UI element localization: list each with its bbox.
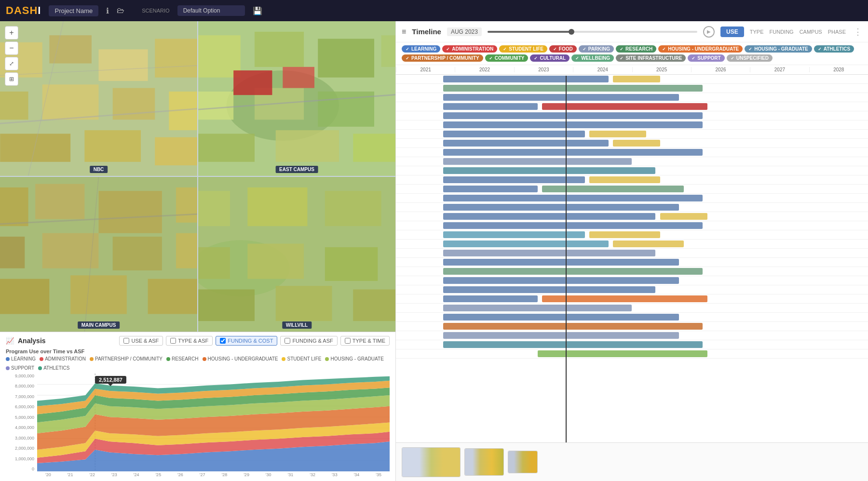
timeline-tab-phase[interactable]: PHASE bbox=[828, 29, 846, 35]
filter-tag-athletics[interactable]: ✓ATHLETICS bbox=[814, 45, 854, 53]
filter-tag-wellbeing[interactable]: ✓WELLBEING bbox=[571, 54, 614, 62]
gantt-bar-area[interactable]: GUGGENHEIM GEOGRAPHY BLDG bbox=[396, 277, 868, 284]
timeline-slider[interactable] bbox=[488, 31, 697, 33]
gantt-bar[interactable] bbox=[613, 240, 684, 247]
tab-type-time[interactable]: TYPE & TIME bbox=[340, 336, 390, 346]
expand-button[interactable]: ⤢ bbox=[5, 57, 18, 70]
gantt-bar[interactable] bbox=[443, 286, 656, 293]
filter-tag-support[interactable]: ✓SUPPORT bbox=[688, 54, 724, 62]
gantt-bar[interactable] bbox=[443, 94, 679, 101]
gantt-bar[interactable] bbox=[443, 131, 585, 137]
timeline-play-button[interactable]: ▶ bbox=[703, 26, 715, 38]
filter-tag-research[interactable]: ✓RESEARCH bbox=[616, 45, 656, 53]
chart-canvas[interactable]: 2,512,887 bbox=[37, 374, 390, 471]
gantt-bar[interactable] bbox=[443, 305, 632, 311]
zoom-out-button[interactable]: − bbox=[5, 41, 18, 55]
grid-button[interactable]: ⊞ bbox=[5, 72, 18, 86]
gantt-bar-area[interactable]: Residence Hall #1 – NBC bbox=[396, 131, 868, 137]
gantt-bar-area[interactable]: OLD MAIN / Old Main / Macky / Hale struc… bbox=[396, 103, 868, 110]
gantt-bar[interactable] bbox=[443, 204, 679, 211]
gantt-bar-area[interactable]: East Campus Mobility Hub (temp) bbox=[396, 250, 868, 256]
thumbnail-1[interactable] bbox=[402, 447, 461, 477]
gantt-bar-area[interactable]: MACKY AUDITORIUM / Old Main / Macky / Ha… bbox=[396, 112, 868, 119]
zoom-in-button[interactable]: + bbox=[5, 26, 18, 40]
gantt-bar[interactable] bbox=[443, 314, 679, 321]
gantt-bar-area[interactable]: Lot 436 Regent& Colorado & admin bbox=[396, 158, 868, 165]
tab-type-time-checkbox[interactable] bbox=[345, 338, 351, 344]
gantt-bar-area[interactable]: CHEYENNE ARAPAHO HALL bbox=[396, 259, 868, 266]
filter-tag-partnership---community[interactable]: ✓PARTNERSHIP / COMMUNITY bbox=[402, 54, 483, 62]
filter-tag-cultural[interactable]: ✓CULTURAL bbox=[530, 54, 570, 62]
tab-funding-asf[interactable]: FUNDING & ASF bbox=[280, 336, 337, 346]
filter-tag-unspecified[interactable]: ✓UNSPECIFIED bbox=[727, 54, 773, 62]
filter-tag-community[interactable]: ✓COMMUNITY bbox=[485, 54, 529, 62]
gantt-bar[interactable] bbox=[443, 259, 679, 266]
filter-tag-administration[interactable]: ✓ADMINISTRATION bbox=[442, 45, 497, 53]
gantt-bar[interactable] bbox=[443, 250, 656, 256]
save-icon[interactable]: 💾 bbox=[253, 6, 262, 15]
gantt-bar[interactable] bbox=[613, 76, 660, 82]
folder-icon[interactable]: 🗁 bbox=[117, 6, 124, 15]
gantt-bar[interactable] bbox=[542, 186, 684, 192]
gantt-bar[interactable] bbox=[443, 76, 609, 82]
gantt-bar-area[interactable]: East Campus Partnership #1 *Computing bbox=[396, 323, 868, 330]
gantt-bar[interactable] bbox=[443, 195, 703, 201]
timeline-tab-funding[interactable]: FUNDING bbox=[770, 29, 794, 35]
filter-tag-housing---graduate[interactable]: ✓HOUSING - GRADUATE bbox=[745, 45, 812, 53]
gantt-area[interactable]: 20212022202320242025202620272028 HELLEMS… bbox=[396, 65, 868, 442]
gantt-bar[interactable] bbox=[443, 167, 656, 174]
filter-tag-site-infrastructure[interactable]: ✓SITE INFRASTRUCTURE bbox=[616, 54, 686, 62]
gantt-bar-area[interactable]: Lot 380 garage & 'arts' research near Se bbox=[396, 332, 868, 339]
gantt-bar-area[interactable]: Auxilary Soccer and Tennis bbox=[396, 341, 868, 348]
gantt-bar[interactable] bbox=[443, 268, 703, 275]
info-icon[interactable]: ℹ bbox=[106, 6, 109, 15]
gantt-bar-area[interactable]: Academic/Research I, Chemistry (East Cam… bbox=[396, 186, 868, 192]
gantt-bar[interactable] bbox=[443, 323, 703, 330]
gantt-bar[interactable] bbox=[443, 295, 538, 302]
campus-tile-east[interactable]: EAST CAMPUS bbox=[198, 21, 395, 176]
gantt-bar-area[interactable]: CRISTOL CHEMISTRY & BIOCHEM BLDG / Backf… bbox=[396, 213, 868, 220]
gantt-bar[interactable] bbox=[443, 231, 585, 238]
gantt-bar-area[interactable]: Residence Hall #1 – NBC bbox=[396, 140, 868, 147]
gantt-bar[interactable] bbox=[443, 240, 609, 247]
more-options-icon[interactable]: ⋮ bbox=[854, 27, 862, 37]
gantt-bar-area[interactable]: FARRAND HALL bbox=[396, 222, 868, 229]
scenario-value[interactable]: Default Option bbox=[177, 5, 245, 16]
timeline-use-button[interactable]: USE bbox=[720, 27, 744, 37]
gantt-bar-area[interactable]: Academic/Research 1 @ Business Field, Ch… bbox=[396, 195, 868, 201]
gantt-bar[interactable] bbox=[660, 213, 707, 220]
gantt-bar-area[interactable]: Hotel Conference Center bbox=[396, 94, 868, 101]
gantt-bar[interactable] bbox=[443, 121, 703, 128]
tab-funding-asf-checkbox[interactable] bbox=[285, 338, 290, 344]
thumbnail-3[interactable] bbox=[508, 451, 538, 473]
gantt-bar-area[interactable]: Lacrosse Stadium, Soccer Fields, Practic… bbox=[396, 167, 868, 174]
campus-tile-main[interactable]: MAIN CAMPUS bbox=[0, 177, 197, 332]
gantt-bar-area[interactable]: LIBBY HALL bbox=[396, 286, 868, 293]
gantt-bar-area[interactable]: ENGINEERING OFFICE TOWER bbox=[396, 314, 868, 321]
gantt-bar[interactable] bbox=[443, 158, 632, 165]
timeline-tab-campus[interactable]: CAMPUS bbox=[800, 29, 822, 35]
gantt-bar-area[interactable]: Tree Nursery + Open Space bbox=[396, 350, 868, 357]
gantt-bar[interactable] bbox=[443, 186, 538, 192]
gantt-bar[interactable] bbox=[538, 350, 707, 357]
gantt-bar-area[interactable]: NORLIN LIBRARY / Norlin/Museum Critical … bbox=[396, 295, 868, 302]
gantt-bar[interactable] bbox=[443, 341, 703, 348]
thumbnail-2[interactable] bbox=[464, 448, 504, 476]
gantt-bar-area[interactable]: Housing Graduate P3 Housing (1) bbox=[396, 231, 868, 238]
gantt-bar[interactable] bbox=[443, 140, 609, 147]
tab-type-asf[interactable]: TYPE & ASF bbox=[166, 336, 213, 346]
gantt-bar[interactable] bbox=[443, 85, 703, 92]
gantt-bar[interactable] bbox=[443, 213, 656, 220]
filter-tag-parking[interactable]: ✓PARKING bbox=[579, 45, 614, 53]
filter-tag-student-life[interactable]: ✓STUDENT LIFE bbox=[499, 45, 547, 53]
gantt-bar[interactable] bbox=[443, 222, 703, 229]
gantt-bar[interactable] bbox=[542, 295, 707, 302]
gantt-bar[interactable] bbox=[443, 112, 703, 119]
tab-funding-cost[interactable]: FUNDING & COST bbox=[216, 336, 277, 346]
gantt-bar-area[interactable]: Residence Hall #2 bbox=[396, 176, 868, 183]
gantt-bar[interactable] bbox=[613, 140, 660, 147]
timeline-tab-type[interactable]: TYPE bbox=[750, 29, 764, 35]
filter-tag-learning[interactable]: ✓LEARNING bbox=[402, 45, 440, 53]
tab-use-asf[interactable]: USE & ASF bbox=[119, 336, 163, 346]
filter-tag-food[interactable]: ✓FOOD bbox=[549, 45, 577, 53]
